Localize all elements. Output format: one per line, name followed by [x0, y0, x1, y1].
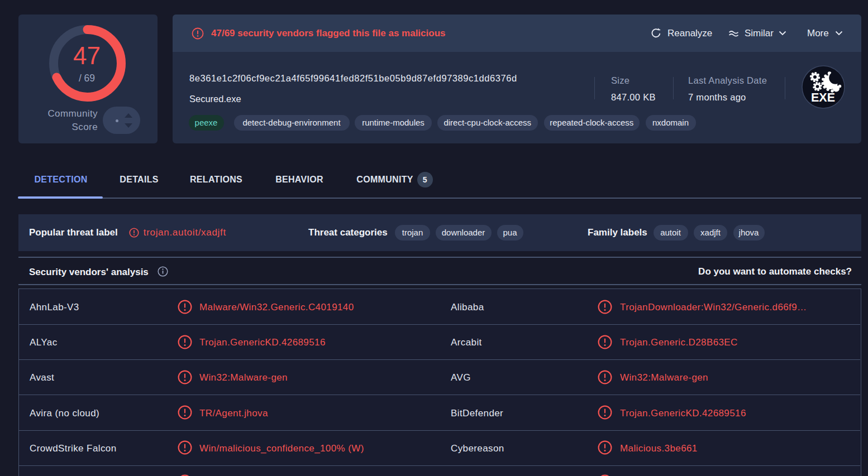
svg-text:EXE: EXE [811, 91, 835, 104]
